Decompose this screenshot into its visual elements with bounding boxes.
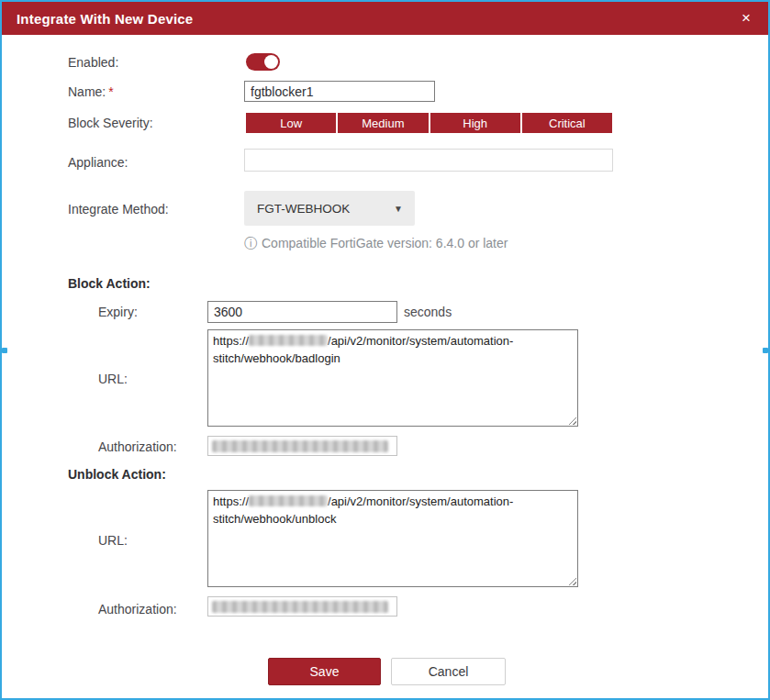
- enabled-toggle[interactable]: [246, 53, 280, 71]
- redacted-host: [249, 495, 328, 506]
- redacted-authorization: [212, 601, 388, 613]
- resize-handle-right[interactable]: [763, 348, 768, 353]
- dialog-title: Integrate With New Device: [17, 11, 193, 27]
- integrate-device-dialog: Integrate With New Device × Enabled: Nam…: [0, 0, 770, 700]
- appliance-label: Appliance:: [68, 155, 128, 170]
- enabled-label: Enabled:: [68, 55, 118, 70]
- unblock-url-prefix: https://: [213, 494, 249, 508]
- unblock-url-textarea[interactable]: https:///api/v2/monitor/system/automatio…: [207, 490, 578, 587]
- redacted-authorization: [212, 440, 388, 452]
- close-icon[interactable]: ×: [735, 2, 757, 35]
- name-label-text: Name:: [68, 84, 106, 99]
- block-authorization-label: Authorization:: [98, 439, 177, 454]
- dialog-header: Integrate With New Device ×: [2, 2, 768, 35]
- appliance-input[interactable]: [244, 149, 613, 172]
- toggle-knob: [264, 55, 278, 69]
- block-url-label: URL:: [98, 372, 128, 386]
- severity-critical-button[interactable]: Critical: [522, 113, 612, 133]
- expiry-input[interactable]: [207, 301, 397, 323]
- textarea-resize-grip[interactable]: [567, 576, 576, 585]
- unblock-authorization-label: Authorization:: [98, 602, 177, 617]
- save-button[interactable]: Save: [268, 658, 381, 685]
- severity-high-button[interactable]: High: [430, 113, 520, 133]
- expiry-unit-label: seconds: [404, 305, 452, 319]
- required-asterisk: *: [108, 84, 113, 99]
- block-action-header: Block Action:: [68, 276, 151, 291]
- resize-handle-left[interactable]: [2, 348, 7, 353]
- unblock-action-header: Unblock Action:: [68, 467, 166, 482]
- compatibility-note: ⓘCompatible FortiGate version: 6.4.0 or …: [244, 236, 508, 252]
- chevron-down-icon: ▼: [394, 204, 403, 214]
- severity-medium-button[interactable]: Medium: [338, 113, 428, 133]
- block-url-textarea[interactable]: https:///api/v2/monitor/system/automatio…: [207, 329, 578, 427]
- expiry-label: Expiry:: [98, 305, 138, 319]
- severity-button-group: Low Medium High Critical: [246, 113, 612, 133]
- severity-low-button[interactable]: Low: [246, 113, 336, 133]
- compatibility-note-text: Compatible FortiGate version: 6.4.0 or l…: [262, 236, 508, 250]
- redacted-host: [249, 335, 328, 346]
- textarea-resize-grip[interactable]: [567, 416, 576, 425]
- unblock-url-label: URL:: [98, 533, 128, 548]
- cancel-button[interactable]: Cancel: [391, 658, 506, 685]
- info-icon: ⓘ: [244, 236, 257, 250]
- block-authorization-input[interactable]: [207, 436, 397, 456]
- unblock-authorization-input[interactable]: [207, 596, 397, 617]
- integrate-method-dropdown[interactable]: FGT-WEBHOOK ▼: [244, 191, 415, 226]
- block-url-prefix: https://: [213, 334, 249, 348]
- name-label: Name:*: [68, 84, 114, 99]
- integrate-method-value: FGT-WEBHOOK: [257, 202, 350, 216]
- name-input[interactable]: [244, 81, 435, 102]
- block-severity-label: Block Severity:: [68, 116, 153, 130]
- integrate-method-label: Integrate Method:: [68, 202, 169, 217]
